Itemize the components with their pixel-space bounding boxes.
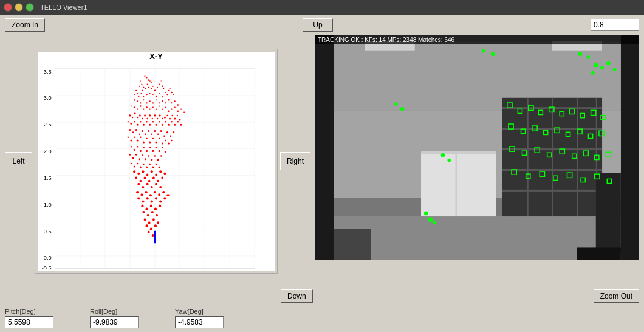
- svg-point-61: [146, 94, 147, 95]
- svg-point-142: [174, 124, 176, 126]
- svg-point-232: [149, 194, 152, 196]
- svg-point-245: [145, 208, 148, 211]
- svg-rect-282: [421, 151, 496, 154]
- zoom-in-button[interactable]: Zoom In: [5, 18, 45, 32]
- svg-point-192: [145, 158, 146, 160]
- right-panel: TRACKING OK : KFs: 14 MPs: 2348 Matches:…: [315, 35, 639, 287]
- svg-text:1.0: 1.0: [44, 202, 52, 208]
- pitch-group: Pitch[Deg]: [5, 308, 53, 328]
- svg-point-103: [177, 110, 179, 111]
- svg-point-134: [149, 124, 151, 126]
- svg-point-128: [130, 123, 132, 125]
- svg-point-101: [171, 109, 173, 110]
- svg-point-199: [134, 166, 135, 168]
- svg-point-214: [159, 170, 162, 173]
- svg-point-130: [137, 124, 139, 126]
- svg-point-335: [425, 212, 428, 215]
- svg-point-237: [137, 197, 140, 199]
- svg-point-186: [165, 151, 166, 153]
- svg-point-257: [145, 224, 148, 227]
- chart-container: X-Y 3.5 3.0 2.5 2.0 1.5 1.0 0.5 0.0 -0.5: [35, 49, 278, 274]
- svg-point-197: [160, 155, 162, 156]
- svg-point-241: [155, 197, 157, 199]
- svg-point-198: [131, 163, 132, 164]
- svg-point-216: [135, 176, 137, 179]
- svg-rect-281: [421, 151, 496, 223]
- svg-point-51: [159, 84, 160, 85]
- svg-point-121: [166, 115, 168, 116]
- svg-point-175: [131, 146, 132, 147]
- svg-point-296: [482, 50, 485, 52]
- yaw-value[interactable]: [175, 316, 224, 328]
- minimize-button[interactable]: [15, 3, 23, 12]
- zoom-value-input[interactable]: [591, 19, 639, 31]
- svg-point-215: [164, 172, 166, 175]
- svg-point-56: [135, 90, 137, 91]
- chart-svg: 3.5 3.0 2.5 2.0 1.5 1.0 0.5 0.0 -0.5 -2.…: [38, 62, 275, 269]
- down-button[interactable]: Down: [281, 289, 313, 303]
- svg-point-118: [159, 114, 161, 116]
- svg-point-129: [134, 121, 135, 122]
- svg-point-188: [132, 157, 134, 159]
- svg-point-97: [159, 105, 160, 106]
- svg-point-170: [159, 138, 160, 139]
- svg-point-260: [148, 231, 150, 233]
- svg-rect-271: [502, 98, 602, 223]
- svg-text:2.5: 2.5: [44, 122, 52, 128]
- svg-point-37: [149, 80, 151, 81]
- svg-point-124: [174, 117, 176, 119]
- svg-point-155: [160, 130, 162, 132]
- content-area: Left X-Y 3.5 3.0 2.5 2.0 1.5 1.0 0.5: [0, 35, 644, 287]
- camera-status: TRACKING OK : KFs: 14 MPs: 2348 Matches:…: [315, 35, 639, 44]
- svg-point-290: [601, 66, 603, 69]
- svg-point-147: [135, 129, 137, 131]
- svg-point-182: [152, 150, 154, 152]
- roll-value[interactable]: [90, 316, 139, 328]
- svg-point-176: [134, 149, 135, 151]
- svg-point-189: [135, 154, 137, 155]
- svg-point-81: [159, 102, 160, 103]
- svg-point-156: [163, 136, 165, 137]
- svg-point-83: [165, 102, 166, 103]
- svg-point-84: [168, 99, 169, 100]
- svg-point-133: [146, 121, 147, 122]
- svg-point-230: [140, 193, 143, 196]
- svg-point-92: [143, 109, 144, 110]
- right-button[interactable]: Right: [280, 152, 310, 170]
- left-button[interactable]: Left: [5, 152, 32, 170]
- up-button[interactable]: Up: [303, 18, 333, 32]
- svg-point-158: [170, 136, 171, 137]
- svg-point-82: [162, 100, 163, 102]
- svg-point-87: [177, 104, 179, 105]
- svg-point-79: [152, 102, 154, 103]
- svg-point-162: [134, 137, 135, 138]
- svg-point-256: [157, 221, 159, 224]
- svg-point-57: [134, 94, 135, 95]
- svg-point-39: [151, 81, 152, 83]
- maximize-button[interactable]: [26, 3, 34, 12]
- svg-point-236: [166, 194, 169, 196]
- svg-point-42: [141, 84, 142, 85]
- svg-point-291: [607, 62, 610, 65]
- window-controls[interactable]: [4, 3, 34, 12]
- svg-point-238: [142, 200, 144, 202]
- svg-text:-0.5: -0.5: [42, 265, 52, 269]
- roll-group: Roll[Deg]: [90, 308, 139, 328]
- svg-point-204: [149, 164, 151, 165]
- svg-point-107: [132, 117, 133, 118]
- svg-point-132: [143, 124, 145, 126]
- svg-point-202: [143, 164, 144, 165]
- svg-point-222: [161, 176, 163, 179]
- svg-point-295: [587, 56, 589, 58]
- svg-point-100: [168, 110, 169, 111]
- svg-point-336: [434, 221, 436, 224]
- svg-point-292: [614, 68, 616, 71]
- svg-point-171: [162, 143, 163, 145]
- svg-point-131: [140, 121, 141, 122]
- close-button[interactable]: [4, 3, 12, 12]
- zoom-out-button[interactable]: Zoom Out: [594, 289, 639, 303]
- svg-text:2.0: 2.0: [44, 149, 52, 155]
- svg-point-231: [145, 191, 148, 193]
- pitch-value[interactable]: [5, 316, 53, 328]
- svg-point-228: [159, 186, 162, 188]
